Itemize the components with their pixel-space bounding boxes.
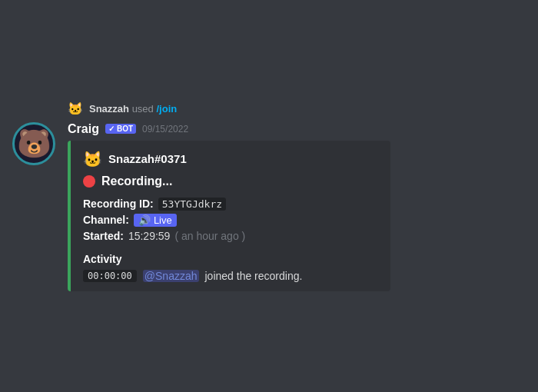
system-message: 🐱 Snazzah used /join: [12, 101, 526, 116]
system-text: Snazzah used /join: [89, 103, 177, 115]
activity-title: Activity: [83, 253, 378, 265]
started-ago: ( an hour ago ): [174, 230, 245, 242]
started-time: 15:29:59: [128, 230, 171, 242]
channel-icon: 🔊: [138, 214, 151, 226]
embed-user-row: 🐱 Snazzah#0371: [83, 150, 378, 168]
embed: 🐱 Snazzah#0371 Recording... Recording ID…: [68, 141, 390, 291]
message-header: Craig ✓ BOT 09/15/2022: [68, 122, 526, 136]
bot-avatar: 🐻: [12, 122, 55, 165]
recording-id-label: Recording ID:: [83, 198, 154, 210]
recording-id-value: 53YTGJdkrz: [158, 198, 226, 211]
recording-id-row: Recording ID: 53YTGJdkrz: [83, 198, 378, 211]
activity-row: 00:00:00 @Snazzah joined the recording.: [83, 270, 378, 282]
system-command: /join: [156, 103, 177, 115]
activity-text: joined the recording.: [205, 270, 303, 282]
started-row: Started: 15:29:59 ( an hour ago ): [83, 230, 378, 242]
bot-username: Craig: [68, 122, 99, 136]
channel-name: Live: [154, 214, 172, 226]
activity-timestamp: 00:00:00: [83, 270, 137, 282]
bot-badge: ✓ BOT: [105, 124, 136, 134]
embed-cat-icon: 🐱: [83, 150, 102, 168]
message-timestamp: 09/15/2022: [142, 124, 188, 135]
chat-container: 🐱 Snazzah used /join 🐻 Craig ✓ BOT 09/15…: [0, 89, 538, 304]
channel-badge: 🔊 Live: [134, 214, 177, 227]
started-label: Started:: [83, 230, 124, 242]
recording-label: Recording...: [101, 174, 172, 188]
system-action: used: [132, 103, 154, 115]
avatar-wrapper: 🐻: [12, 122, 55, 165]
activity-section: Activity 00:00:00 @Snazzah joined the re…: [83, 253, 378, 282]
recording-row: Recording...: [83, 174, 378, 188]
embed-username: Snazzah#0371: [108, 152, 187, 165]
channel-row: Channel: 🔊 Live: [83, 214, 378, 227]
bot-badge-checkmark: ✓: [108, 125, 115, 133]
activity-mention: @Snazzah: [143, 270, 199, 282]
channel-label: Channel:: [83, 214, 129, 226]
recording-dot: [83, 175, 95, 188]
message-row: 🐻 Craig ✓ BOT 09/15/2022 🐱 Snazzah#0371: [12, 122, 526, 291]
bot-badge-label: BOT: [117, 125, 133, 133]
avatar-emoji: 🐻: [17, 130, 51, 158]
info-grid: Recording ID: 53YTGJdkrz Channel: 🔊 Live…: [83, 198, 378, 242]
message-content: Craig ✓ BOT 09/15/2022 🐱 Snazzah#0371 Re…: [68, 122, 526, 291]
system-username: Snazzah: [89, 103, 129, 115]
system-cat-icon: 🐱: [68, 101, 83, 116]
